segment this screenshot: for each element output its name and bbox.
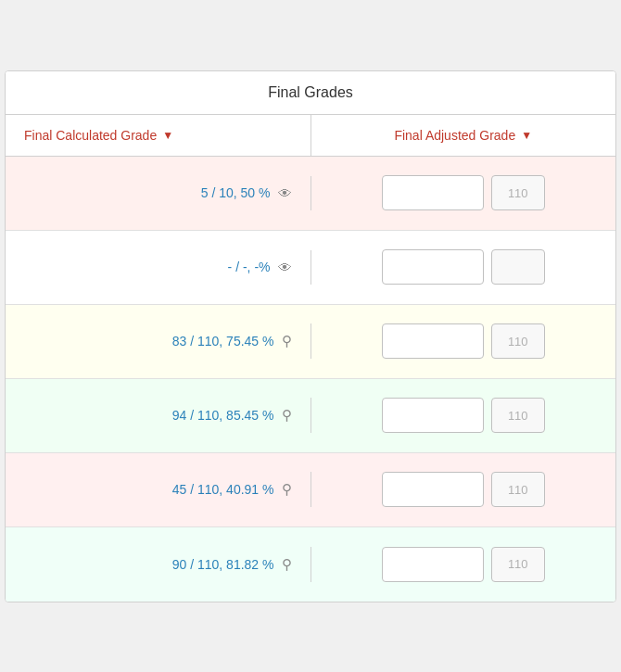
column-headers: Final Calculated Grade ▼ Final Adjusted … [6, 115, 615, 157]
calculated-grade-cell: - / -, -% 👁 [6, 250, 311, 285]
adjusted-grade-input[interactable] [382, 547, 484, 582]
table-row: 45 / 110, 40.91 % ⚲ 110 [6, 453, 615, 527]
left-column-header[interactable]: Final Calculated Grade ▼ [6, 115, 311, 156]
max-grade-badge: 110 [491, 323, 545, 359]
panel-title: Final Grades [6, 71, 615, 115]
visibility-icon[interactable]: 👁 [278, 185, 292, 201]
edit-icon[interactable]: ⚲ [282, 556, 292, 573]
adjusted-grade-input[interactable] [382, 323, 484, 359]
adjusted-grade-input[interactable] [382, 249, 484, 285]
calculated-grade-value: 94 / 110, 85.45 % [172, 408, 274, 423]
calculated-grade-cell: 83 / 110, 75.45 % ⚲ [6, 323, 311, 359]
title-text: Final Grades [268, 84, 353, 100]
calculated-grade-value: 83 / 110, 75.45 % [172, 334, 274, 349]
table-row: 5 / 10, 50 % 👁 110 [6, 157, 615, 231]
max-grade-badge: 110 [491, 547, 545, 582]
table-row: 83 / 110, 75.45 % ⚲ 110 [6, 305, 615, 379]
adjusted-grade-input[interactable] [382, 175, 484, 210]
max-grade-badge: 110 [491, 175, 545, 210]
table-row: 90 / 110, 81.82 % ⚲ 110 [6, 527, 615, 602]
right-column-header[interactable]: Final Adjusted Grade ▼ [311, 115, 616, 156]
edit-icon[interactable]: ⚲ [282, 407, 292, 424]
adjusted-grade-cell: 110 [311, 463, 616, 516]
adjusted-grade-cell [311, 240, 616, 294]
calculated-grade-cell: 5 / 10, 50 % 👁 [6, 176, 311, 210]
adjusted-grade-cell: 110 [311, 538, 616, 591]
left-column-chevron-icon[interactable]: ▼ [162, 129, 173, 142]
grade-rows: 5 / 10, 50 % 👁 110 - / -, -% 👁 83 / 110,… [6, 157, 615, 602]
calculated-grade-value: - / -, -% [228, 260, 271, 274]
edit-icon[interactable]: ⚲ [282, 333, 292, 349]
adjusted-grade-input[interactable] [382, 472, 484, 507]
calculated-grade-value: 5 / 10, 50 % [201, 185, 271, 200]
calculated-grade-cell: 90 / 110, 81.82 % ⚲ [6, 547, 311, 582]
adjusted-grade-input[interactable] [382, 398, 484, 433]
adjusted-grade-cell: 110 [311, 314, 616, 368]
max-grade-badge: 110 [491, 472, 545, 507]
max-grade-badge: 110 [491, 398, 545, 433]
max-grade-badge [491, 249, 545, 285]
right-column-label: Final Adjusted Grade [394, 128, 515, 143]
table-row: - / -, -% 👁 [6, 231, 615, 305]
calculated-grade-cell: 45 / 110, 40.91 % ⚲ [6, 472, 311, 507]
adjusted-grade-cell: 110 [311, 166, 616, 220]
right-column-chevron-icon[interactable]: ▼ [521, 129, 532, 142]
visibility-icon[interactable]: 👁 [278, 260, 292, 275]
table-row: 94 / 110, 85.45 % ⚲ 110 [6, 379, 615, 453]
calculated-grade-value: 90 / 110, 81.82 % [172, 557, 274, 572]
calculated-grade-value: 45 / 110, 40.91 % [172, 482, 274, 497]
left-column-label: Final Calculated Grade [24, 128, 157, 143]
calculated-grade-cell: 94 / 110, 85.45 % ⚲ [6, 398, 311, 433]
final-grades-panel: Final Grades Final Calculated Grade ▼ Fi… [5, 70, 616, 602]
edit-icon[interactable]: ⚲ [282, 481, 292, 498]
adjusted-grade-cell: 110 [311, 388, 616, 442]
